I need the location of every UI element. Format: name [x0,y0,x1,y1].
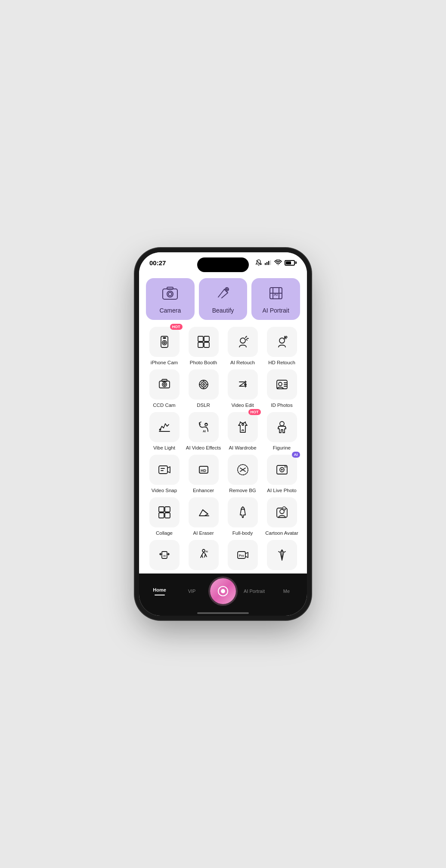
camera-icon [162,286,178,304]
cartoon-avatar-icon-box: AI [267,497,297,527]
feature-iphone-cam[interactable]: HOT iPhone Cam [146,327,183,366]
feature-full-body[interactable]: Full-body [224,497,261,536]
cartoon-avatar-label: Cartoon Avatar [265,530,298,536]
feature-ai-wardrobe[interactable]: HOT AI Wardrobe [224,412,261,451]
feature-ccd-cam[interactable]: CCD Cam [146,369,183,409]
svg-point-28 [162,382,167,387]
svg-point-73 [202,549,205,552]
svg-rect-30 [162,379,167,381]
nav-vip-label: VIP [188,589,196,594]
svg-rect-61 [165,507,170,512]
svg-point-29 [164,384,165,385]
badge-ai-livephoto: AI [292,452,300,458]
feature-ai-eraser[interactable]: AI Eraser [185,497,222,536]
feature-enhancer[interactable]: HD Enhancer [185,455,222,494]
svg-text:HD: HD [201,468,206,473]
ai-retouch-icon-box [228,327,258,357]
nav-home[interactable]: Home [143,587,176,595]
feature-ai-photo-dance[interactable]: AI AI Photo Dance [185,540,222,574]
nav-vip[interactable]: VIP [176,589,208,594]
svg-point-5 [278,264,279,265]
beautify-button[interactable]: Beautify [199,278,248,320]
nav-ai-portrait[interactable]: AI Portrait [238,589,270,594]
home-bar [197,612,249,614]
beautify-icon [215,286,231,304]
hd-retouch-icon-box [267,327,297,357]
wifi-icon [274,260,282,266]
ai-portrait-button[interactable]: AI AI Portrait [251,278,300,320]
id-photos-label: ID Photos [271,402,293,409]
feature-video-edit[interactable]: Video Edit [224,369,261,409]
iphone-cam-label: iPhone Cam [151,360,178,366]
svg-point-24 [240,338,245,343]
feature-video-snap[interactable]: Video Snap [146,455,183,494]
signal-icon [265,260,272,266]
photo-booth-icon-box [189,327,219,357]
hd-video-icon-box: Pro [228,540,258,570]
svg-rect-6 [163,289,177,299]
camera-label: Camera [159,307,181,314]
svg-line-12 [222,293,228,298]
ccd-cam-label: CCD Cam [153,402,175,409]
feature-figurine[interactable]: Figurine [263,412,300,451]
feature-collage[interactable]: Collage [146,497,183,536]
figurine-label: Figurine [273,445,291,451]
svg-point-25 [279,338,285,343]
feature-remove-bg[interactable]: Remove BG [224,455,261,494]
nav-home-indicator [155,595,165,595]
bottom-nav: Home VIP AI Portrait Me [139,574,307,609]
photo-booth-label: Photo Booth [190,360,217,366]
svg-rect-22 [198,342,203,347]
ai-eraser-icon-box [189,497,219,527]
mens-icon-box [267,540,297,570]
feature-cartoon-avatar[interactable]: AI Cartoon Avatar [263,497,300,536]
feature-mens[interactable]: Men's [263,540,300,574]
feature-hd-video[interactable]: Pro HD Video [224,540,261,574]
svg-rect-62 [159,513,164,518]
vibe-light-label: Vibe Light [153,445,175,451]
feature-ai-video-effects[interactable]: AI AI Video Effects [185,412,222,451]
svg-rect-21 [204,336,209,341]
nav-camera-center-button[interactable] [210,578,236,604]
feature-id-photos[interactable]: ID Photos [263,369,300,409]
collage-icon-box [149,497,180,527]
svg-point-44 [159,429,161,430]
svg-rect-4 [270,260,271,265]
remove-bg-icon-box [228,455,258,485]
feature-ai-live-photo[interactable]: AI AI AI Live Photo [263,455,300,494]
svg-rect-63 [165,513,170,518]
svg-rect-23 [204,342,209,347]
nav-camera-center-icon [217,585,229,597]
feature-photo-booth[interactable]: Photo Booth [185,327,222,366]
svg-point-31 [199,380,208,389]
status-icons [255,259,297,266]
feature-hd-retouch[interactable]: HD Retouch [263,327,300,366]
remove-bg-label: Remove BG [229,487,256,494]
svg-text:AI: AI [283,508,285,510]
video-edit-label: Video Edit [231,402,254,409]
feature-vibe-light[interactable]: Vibe Light [146,412,183,451]
svg-text:AI: AI [203,430,206,433]
badge-hot-wardrobe: HOT [248,409,261,415]
svg-point-18 [164,342,165,344]
ai-retouch-label: AI Retouch [230,360,255,366]
iphone-cam-icon-box: HOT [149,327,180,357]
svg-rect-3 [268,261,269,265]
nav-me-label: Me [283,589,290,594]
camera-button[interactable]: Camera [146,278,195,320]
svg-rect-19 [163,338,166,338]
id-photos-icon-box [267,369,297,400]
full-body-icon-box [228,497,258,527]
svg-line-65 [203,510,208,514]
feature-ai-retouch[interactable]: AI Retouch [224,327,261,366]
feature-ai-expand[interactable]: AI AI Expand [146,540,183,574]
feature-dslr[interactable]: DSLR [185,369,222,409]
video-snap-icon-box [149,455,180,485]
svg-text:AI: AI [274,292,278,297]
dslr-label: DSLR [197,402,210,409]
svg-point-17 [162,341,167,345]
bell-icon [255,259,262,266]
top-buttons-row: Camera Beautify [146,278,300,320]
nav-me[interactable]: Me [270,589,303,594]
battery-icon [285,260,297,266]
